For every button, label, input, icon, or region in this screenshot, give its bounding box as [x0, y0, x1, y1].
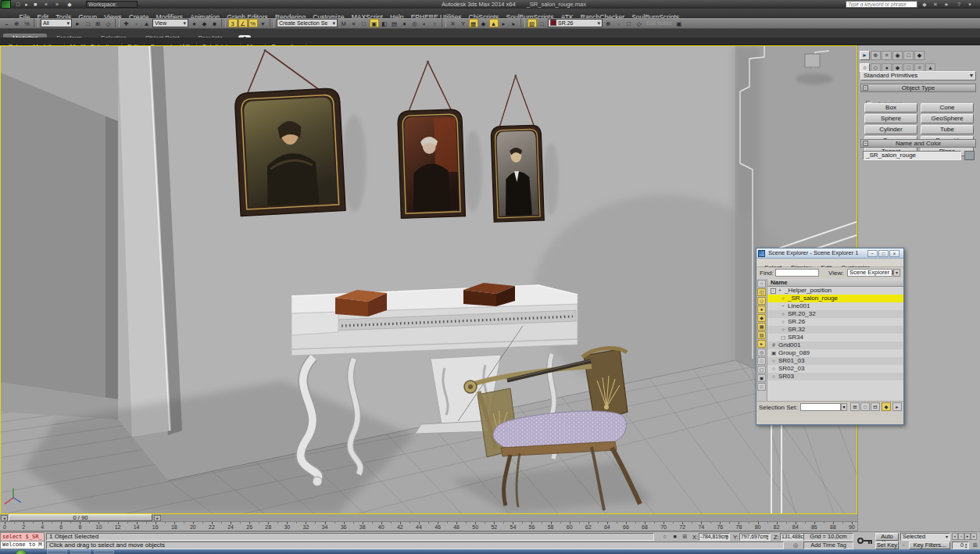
timeline-tick-label[interactable]: 38	[359, 524, 366, 530]
select-scale-icon[interactable]: ▲	[142, 19, 152, 27]
dummy-icon[interactable]: ◆	[479, 19, 488, 27]
add-time-tag-field[interactable]: Add Time Tag	[803, 541, 853, 549]
timeline-tick-label[interactable]: 0	[3, 524, 6, 530]
view-dropdown[interactable]: Scene Explorer 1	[847, 269, 892, 277]
pick-set-icon[interactable]: ▸	[892, 402, 902, 411]
primitive-category-dropdown[interactable]: Standard Primitives▾	[860, 71, 976, 80]
timeline-tick-label[interactable]: 90	[849, 524, 855, 530]
reference-coordinate-dropdown[interactable]: View▾	[152, 19, 188, 27]
timeline-tick-label[interactable]: 86	[811, 524, 817, 530]
selection-set-arrow-icon[interactable]: ▾	[841, 403, 847, 411]
help-menu-arrow-icon[interactable]: ▾	[966, 1, 974, 8]
timeline-tick-label[interactable]: 2	[22, 524, 25, 530]
primitive-button-box[interactable]: Box	[864, 103, 917, 113]
timeline-tick-label[interactable]: 46	[435, 524, 441, 530]
timeline-tick-label[interactable]: 24	[227, 524, 234, 530]
timeline-tick-label[interactable]: 12	[115, 524, 121, 530]
go-to-end-icon[interactable]: »	[971, 533, 977, 540]
timeline-tick-label[interactable]: 8	[78, 524, 81, 530]
time-slider-track[interactable]: ◂ 0 / 90 ▸	[0, 514, 857, 522]
next-frame-arrow[interactable]: ▸	[154, 515, 161, 521]
primitive-button-tube[interactable]: Tube	[921, 125, 974, 134]
render-setup-icon[interactable]: ◎	[410, 19, 420, 27]
absolute-offset-toggle-icon[interactable]: ⊞	[681, 533, 689, 541]
display-geometry-icon[interactable]: ◫	[757, 288, 766, 296]
layer-list-icon[interactable]: □	[538, 19, 547, 27]
subscription-icon[interactable]: ✕	[932, 1, 939, 8]
layer-props-icon[interactable]: ◇	[635, 19, 644, 27]
notes-icon[interactable]: ▣	[674, 19, 684, 27]
x-constraint-icon[interactable]: ✕	[449, 19, 458, 27]
timeline-tick-label[interactable]: 78	[736, 524, 742, 530]
create-layer-icon[interactable]: ⊕	[604, 19, 613, 27]
new-key-icon[interactable]: ◦	[900, 541, 907, 549]
select-object-icon[interactable]: ►	[73, 19, 83, 27]
timeline-tick-label[interactable]: 22	[209, 524, 215, 530]
expand-collapse-icon[interactable]: −	[771, 288, 776, 294]
object-type-rollout[interactable]: − Object Type	[860, 84, 976, 92]
display-spacewarps-icon[interactable]: ▧	[757, 331, 766, 339]
rendered-frame-icon[interactable]: ◐	[420, 19, 430, 27]
timeline-tick-label[interactable]: 40	[378, 524, 384, 530]
select-layer-icon[interactable]: □	[624, 19, 634, 27]
project-folder-icon[interactable]: ◆	[66, 1, 73, 8]
add-to-layer-icon[interactable]: ◦	[614, 19, 624, 27]
add-to-set-icon[interactable]: □	[860, 402, 870, 411]
start-orb-icon[interactable]	[16, 550, 27, 554]
y-constraint-icon[interactable]: Y	[459, 19, 468, 27]
render-production-icon[interactable]: ○	[431, 19, 440, 27]
timeline-tick-label[interactable]: 76	[717, 524, 723, 530]
display-containers-icon[interactable]: ▢	[757, 366, 766, 374]
use-pivot-center-icon[interactable]: ●	[190, 19, 199, 27]
timeline-tick-label[interactable]: 50	[472, 524, 478, 530]
communication-center-icon[interactable]: ★	[942, 1, 950, 8]
display-shapes-icon[interactable]: ◇	[757, 297, 766, 305]
key-filters-button[interactable]: Key Filters...	[909, 541, 950, 549]
workspace-dropdown[interactable]: Workspace: Default▾	[86, 1, 138, 8]
percent-snap-icon[interactable]: %	[249, 19, 258, 27]
windows-taskbar[interactable]	[0, 549, 980, 554]
timeline-tick-label[interactable]: 54	[510, 524, 516, 530]
layer-manager-icon[interactable]: □	[359, 19, 369, 27]
timeline-tick-label[interactable]: 34	[322, 524, 328, 530]
infocenter-search-input[interactable]	[846, 1, 917, 8]
key-mode-dropdown[interactable]: Selected▾	[900, 533, 950, 541]
timeline-tick-label[interactable]: 28	[265, 524, 271, 530]
timeline-tick-label[interactable]: 26	[246, 524, 252, 530]
minimize-button[interactable]: −	[867, 250, 878, 257]
open-file-icon[interactable]: ▸	[23, 1, 30, 8]
primitive-button-geosphere[interactable]: GeoSphere	[921, 114, 974, 123]
time-slider-handle[interactable]: 0 / 90	[9, 514, 152, 521]
scene-tree-row-grid001[interactable]: #Grid001	[767, 341, 903, 349]
scene-explorer-window[interactable]: Scene Explorer - Scene Explorer 1 − □ × …	[756, 248, 904, 425]
primitive-button-sphere[interactable]: Sphere	[864, 114, 917, 123]
timeline-tick-label[interactable]: 36	[341, 524, 347, 530]
view-dropdown-arrow-icon[interactable]: ▾	[893, 269, 900, 277]
timeline-tick-label[interactable]: 52	[491, 524, 497, 530]
timeline-tick-label[interactable]: 74	[698, 524, 704, 530]
set-key-button[interactable]: Set Key	[875, 541, 899, 549]
object-name-field[interactable]: _SR_salon_rouge	[863, 151, 961, 160]
x-coord-field[interactable]: -784,819cm▴▾	[699, 533, 730, 541]
select-by-name-icon[interactable]: □	[84, 19, 93, 27]
timeline-tick-label[interactable]: 70	[660, 524, 667, 530]
timeline-tick-label[interactable]: 14	[134, 524, 140, 530]
undo-scene-icon[interactable]: ↔	[2, 19, 12, 27]
timeline-tick-label[interactable]: 58	[548, 524, 554, 530]
unlink-icon[interactable]: %	[23, 19, 32, 27]
taskbar-window-button[interactable]	[70, 550, 91, 554]
display-helpers-icon[interactable]: ▦	[757, 323, 766, 331]
timeline-tick-label[interactable]: 62	[585, 524, 592, 530]
scene-tree-row-sr-32[interactable]: ○SR.32	[767, 326, 903, 334]
adaptive-degradation-icon[interactable]: ○	[660, 533, 669, 541]
timeline-tick-label[interactable]: 6	[59, 524, 63, 530]
select-by-set-icon[interactable]: ◆	[882, 402, 891, 411]
timeline-tick-label[interactable]: 72	[679, 524, 685, 530]
track-bar[interactable]: 0246810121416182022242628303234363840424…	[0, 522, 857, 531]
snap-helper-icon[interactable]: ▲	[489, 19, 499, 27]
scene-tree-row-group-089[interactable]: ▣Group_089	[767, 349, 903, 357]
timeline-tick-label[interactable]: 60	[567, 524, 573, 530]
new-file-icon[interactable]: □	[14, 1, 22, 8]
display-lights-icon[interactable]: ●	[757, 306, 766, 313]
named-selection-sets-dropdown[interactable]: Create Selection Se▾	[277, 19, 338, 27]
